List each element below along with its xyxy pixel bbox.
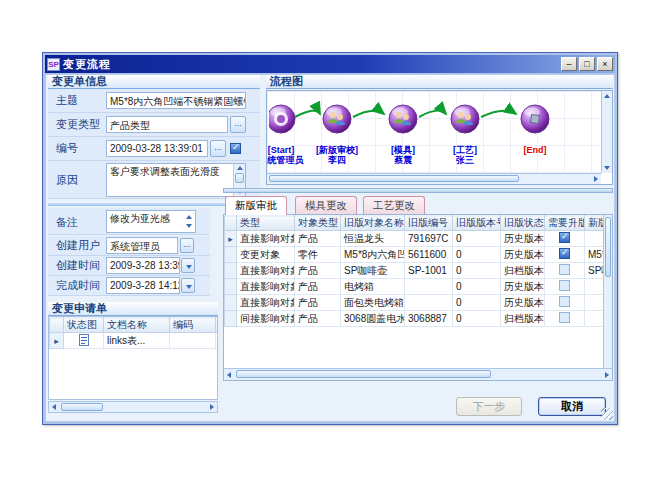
upgrade-checkbox[interactable] [559,296,570,307]
left-panel-header: 变更单信息 [48,75,260,89]
request-col-status[interactable]: 状态图 [64,318,104,333]
change-type-picker-button[interactable]: ... [230,116,246,133]
col-old-ver[interactable]: 旧版版本号 [453,216,501,231]
creator-label: 创建用户 [48,238,106,253]
flow-node-start[interactable] [269,105,295,133]
flow-node-review[interactable] [323,105,351,133]
screenshot-stage: SP 变更流程 – □ × 变更单信息 主题 M5*8内六角凹端不锈钢紧固螺钉 … [0,0,660,477]
upgrade-checkbox[interactable] [559,264,570,275]
resize-grip[interactable] [601,408,613,420]
flow-arrow-1 [295,111,320,117]
chevron-down-icon [186,265,192,269]
request-doc-name: links表... [104,333,170,349]
scroll-right-icon[interactable] [210,404,214,410]
number-picker-button[interactable]: ... [210,140,226,157]
reason-row: 原因 客户要求调整表面光滑度 [48,161,260,199]
flow-label-craft: [工艺]张三 [425,135,505,165]
upgrade-checkbox[interactable] [559,280,570,291]
flow-panel-header: 流程图 [266,75,613,89]
subject-label: 主题 [48,93,106,108]
tab-strip: 新版审批 模具更改 工艺更改 [223,196,613,214]
subject-row: 主题 M5*8内六角凹端不锈钢紧固螺钉 [48,89,260,113]
cancel-button[interactable]: 取消 [538,397,606,416]
request-row[interactable]: ▸ links表... 普通 [50,333,219,349]
remark-scroll-up-icon[interactable] [186,215,192,219]
flow-node-mould[interactable] [389,105,417,133]
number-checkbox[interactable] [230,143,241,154]
grid-header-row: 类型 对象类型 旧版对象名称 旧版编号 旧版版本号 旧版状态 需要升版 新版 [225,216,604,231]
flow-label-end: [End] [495,135,575,155]
change-type-input[interactable]: 产品类型 [106,116,228,133]
create-time-row: 创建时间 2009-3-28 13:39:01 [48,256,210,276]
finish-time-input[interactable]: 2009-3-28 14:12:50 [106,277,180,294]
flow-arrow-4 [481,111,516,117]
flow-hscrollbar[interactable] [267,173,601,184]
remark-scroll-down-icon[interactable] [186,224,192,228]
current-row-arrow: ▸ [228,234,233,244]
request-list-header: 变更申请单 [48,302,218,316]
flow-node-end[interactable] [521,105,549,133]
upgrade-checkbox[interactable] [559,312,570,323]
scroll-left-icon[interactable] [52,404,56,410]
table-row[interactable]: ▸ 直接影响对象产品 SP咖啡壶SP-1001 0归档版本 SP咖 [225,263,604,279]
number-row: 编号 2009-03-28 13:39:01 ... [48,137,260,161]
subject-input[interactable]: M5*8内六角凹端不锈钢紧固螺钉 [106,92,246,109]
tab-craft-change[interactable]: 工艺更改 [363,196,425,214]
request-code [170,333,216,349]
minimize-button[interactable]: – [561,57,577,71]
table-row[interactable]: ▸ 直接影响对象产品 电烤箱 0历史版本 [225,279,604,295]
grid-vscrollbar[interactable] [603,215,612,369]
tab-mould-change[interactable]: 模具更改 [295,196,357,214]
remark-textarea[interactable]: 修改为亚光感 [106,210,196,233]
request-col-extra[interactable] [216,318,219,333]
window-body: 变更单信息 主题 M5*8内六角凹端不锈钢紧固螺钉 变更类型 产品类型 ... … [45,74,615,422]
flow-arrow-3 [419,111,446,117]
close-button[interactable]: × [597,57,613,71]
change-type-label: 变更类型 [48,117,106,132]
table-row[interactable]: ▸ 直接影响对象产品 恒温龙头791697C 0历史版本 [225,231,604,247]
request-type: 普通 [216,333,219,349]
col-upgrade[interactable]: 需要升版 [545,216,585,231]
request-selector-header [50,318,64,333]
upgrade-checkbox[interactable] [559,232,570,243]
col-old-status[interactable]: 旧版状态 [501,216,545,231]
end-cube-icon [530,114,539,123]
request-col-code[interactable]: 编码 [170,318,216,333]
table-row[interactable]: ▸ 变更对象零件 M5*8内六角凹...5611600 0历史版本 M5*8内 [225,247,604,263]
title-bar[interactable]: SP 变更流程 – □ × [45,55,615,73]
maximize-button[interactable]: □ [579,57,595,71]
table-row[interactable]: ▸ 间接影响对象产品 3068圆盖电水壶3068887 0归档版本 [225,311,604,327]
table-row[interactable]: ▸ 直接影响对象产品 面包类电烤箱 0历史版本 [225,295,604,311]
change-type-row: 变更类型 产品类型 ... [48,113,260,137]
col-old-name[interactable]: 旧版对象名称 [341,216,405,231]
remark-row: 备注 修改为亚光感 [48,208,210,235]
remark-label: 备注 [48,208,106,230]
grid-hscrollbar[interactable] [224,368,612,380]
scroll-down-icon[interactable] [604,166,610,170]
scroll-right-icon[interactable] [594,176,598,182]
request-col-docname[interactable]: 文档名称 [104,318,170,333]
create-time-dropdown[interactable] [181,258,195,273]
create-time-input[interactable]: 2009-3-28 13:39:01 [106,257,180,274]
request-list-hscrollbar[interactable] [48,401,218,413]
col-old-no[interactable]: 旧版编号 [405,216,453,231]
upgrade-checkbox[interactable] [559,248,570,259]
finish-time-dropdown[interactable] [181,278,195,293]
creator-input[interactable]: 系统管理员 [106,237,178,254]
scroll-left-icon[interactable] [227,372,231,378]
next-button[interactable]: 下一步 [456,397,522,416]
flow-canvas[interactable]: [Start]系统管理员 [新版审校]李四 [模具]蔡震 [工艺]张三 [End… [266,90,613,185]
scroll-up-icon[interactable] [237,166,243,170]
number-input[interactable]: 2009-03-28 13:39:01 [106,140,208,157]
flow-node-craft[interactable] [451,105,479,133]
scroll-right-icon[interactable] [605,372,609,378]
scroll-up-icon[interactable] [604,94,610,98]
col-type[interactable]: 类型 [237,216,295,231]
creator-picker-button[interactable]: ... [180,238,194,253]
col-obj-type[interactable]: 对象类型 [295,216,341,231]
col-new-name[interactable]: 新版 [585,216,604,231]
horizontal-splitter[interactable] [223,188,613,193]
tab-new-version-approval[interactable]: 新版审批 [225,196,287,215]
flow-vscrollbar[interactable] [601,91,612,173]
remark-text: 修改为亚光感 [110,213,170,224]
